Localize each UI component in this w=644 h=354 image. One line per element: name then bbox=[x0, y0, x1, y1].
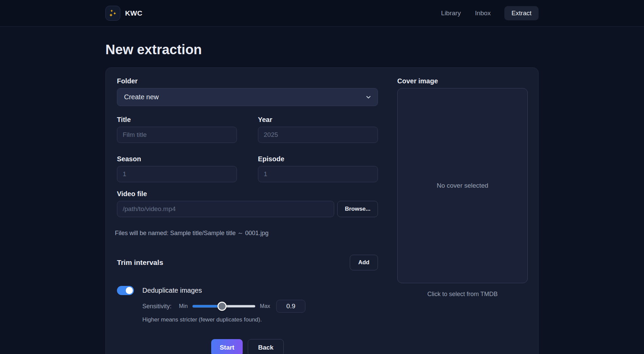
deduplicate-row: Deduplicate images bbox=[117, 286, 378, 295]
nav-item-extract[interactable]: Extract bbox=[504, 6, 539, 20]
year-label: Year bbox=[258, 116, 378, 124]
sensitivity-help-text: Higher means stricter (fewer duplicates … bbox=[142, 316, 378, 323]
cover-image-label: Cover image bbox=[397, 77, 528, 85]
nav-item-inbox[interactable]: Inbox bbox=[474, 6, 491, 20]
sensitivity-thumb[interactable] bbox=[217, 302, 226, 311]
cover-column: Cover image No cover selected Click to s… bbox=[397, 77, 528, 354]
cover-empty-text: No cover selected bbox=[437, 182, 488, 189]
episode-label: Episode bbox=[258, 155, 378, 163]
top-navbar: KWC Library Inbox Extract bbox=[0, 0, 644, 27]
sensitivity-min-label: Min bbox=[179, 303, 188, 309]
deduplicate-label: Deduplicate images bbox=[142, 287, 202, 294]
trim-intervals-title: Trim intervals bbox=[117, 258, 163, 267]
trim-intervals-row: Trim intervals Add bbox=[117, 255, 378, 270]
season-group: Season bbox=[117, 155, 237, 182]
title-year-row: Title Year bbox=[117, 116, 378, 143]
sensitivity-slider[interactable] bbox=[193, 301, 255, 311]
brand[interactable]: KWC bbox=[105, 6, 142, 21]
app-logo bbox=[105, 6, 120, 21]
add-interval-button[interactable]: Add bbox=[350, 255, 378, 270]
form-column: Folder Create new Title Year bbox=[117, 77, 378, 354]
title-group: Title bbox=[117, 116, 237, 143]
main-content: New extraction Folder Create new Title bbox=[105, 42, 539, 354]
sensitivity-row: Sensitivity: Min Max 0.9 bbox=[142, 300, 378, 313]
back-button[interactable]: Back bbox=[248, 339, 283, 354]
deduplicate-toggle[interactable] bbox=[117, 286, 134, 295]
episode-group: Episode bbox=[258, 155, 378, 182]
season-input[interactable] bbox=[117, 166, 237, 182]
sensitivity-label: Sensitivity: bbox=[142, 303, 172, 310]
sparkles-icon bbox=[108, 9, 117, 18]
browse-button[interactable]: Browse... bbox=[337, 201, 378, 217]
cover-tmdb-hint[interactable]: Click to select from TMDB bbox=[397, 291, 528, 298]
title-label: Title bbox=[117, 116, 237, 124]
folder-group: Folder Create new bbox=[117, 77, 378, 106]
folder-select-value: Create new bbox=[124, 93, 159, 101]
page-title: New extraction bbox=[105, 42, 539, 57]
form-actions: Start Back bbox=[117, 339, 378, 354]
brand-name: KWC bbox=[125, 9, 142, 17]
file-naming-note: Files will be named: Sample title/Sample… bbox=[115, 229, 378, 237]
title-input[interactable] bbox=[117, 127, 237, 143]
nav-links: Library Inbox Extract bbox=[440, 6, 539, 20]
sensitivity-max-label: Max bbox=[260, 303, 270, 309]
extraction-form-card: Folder Create new Title Year bbox=[105, 67, 539, 354]
sensitivity-value-box[interactable]: 0.9 bbox=[276, 300, 305, 313]
chevron-down-icon bbox=[365, 94, 371, 100]
season-label: Season bbox=[117, 155, 237, 163]
folder-label: Folder bbox=[117, 77, 378, 85]
video-file-group: Video file Browse... bbox=[117, 190, 378, 217]
season-episode-row: Season Episode bbox=[117, 155, 378, 182]
year-group: Year bbox=[258, 116, 378, 143]
toggle-knob bbox=[126, 287, 133, 294]
video-file-label: Video file bbox=[117, 190, 378, 198]
year-input[interactable] bbox=[258, 127, 378, 143]
video-path-input[interactable] bbox=[117, 201, 334, 217]
folder-select[interactable]: Create new bbox=[117, 88, 378, 106]
episode-input[interactable] bbox=[258, 166, 378, 182]
start-button[interactable]: Start bbox=[211, 339, 243, 354]
nav-item-library[interactable]: Library bbox=[440, 6, 461, 20]
cover-picker[interactable]: No cover selected bbox=[397, 88, 528, 283]
